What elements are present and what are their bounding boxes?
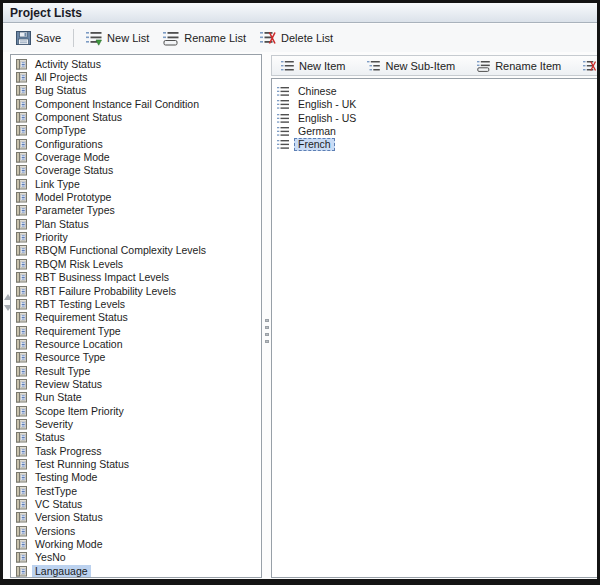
list-value-item[interactable]: English - US: [272, 112, 597, 125]
project-list-item-label: Requirement Type: [32, 325, 124, 337]
rename-list-button-label: Rename List: [184, 32, 246, 44]
project-list-item[interactable]: RBT Testing Levels: [11, 297, 261, 310]
list-box-icon: [15, 391, 28, 403]
list-lines-icon: [277, 139, 289, 150]
window-titlebar: Project Lists: [3, 3, 597, 23]
rename-list-button[interactable]: Rename List: [156, 28, 253, 49]
project-list-item[interactable]: RBT Failure Probability Levels: [11, 284, 261, 297]
project-list-item[interactable]: All Projects: [11, 70, 261, 83]
new-sub-item-button[interactable]: New Sub-Item: [361, 58, 461, 74]
save-button-label: Save: [36, 32, 61, 44]
list-value-item-label: French: [294, 138, 335, 151]
project-list-item-label: Result Type: [32, 365, 93, 377]
project-list-item[interactable]: Requirement Type: [11, 324, 261, 337]
project-list-item-label: YesNo: [32, 551, 69, 563]
project-lists-panel[interactable]: Activity Status All Projects: [10, 54, 262, 578]
new-list-button-label: New List: [107, 32, 149, 44]
project-list-item[interactable]: VC Status: [11, 497, 261, 510]
project-list-item-label: RBT Failure Probability Levels: [32, 285, 179, 297]
project-list-item-label: RBQM Risk Levels: [32, 258, 126, 270]
panel-splitter-grip[interactable]: [265, 319, 269, 347]
list-box-icon: [15, 71, 28, 83]
project-list-item[interactable]: Activity Status: [11, 57, 261, 70]
list-box-icon: [15, 551, 28, 563]
project-list-item[interactable]: Version Status: [11, 511, 261, 524]
project-list-item-label: RBT Testing Levels: [32, 298, 128, 310]
project-list-item-label: Resource Type: [32, 351, 108, 363]
list-box-icon: [15, 498, 28, 510]
project-list-item[interactable]: Resource Location: [11, 337, 261, 350]
project-list-item[interactable]: Plan Status: [11, 217, 261, 230]
new-sub-item-icon: [367, 60, 380, 72]
project-list-item-label: Version Status: [32, 511, 106, 523]
project-list-item[interactable]: Result Type: [11, 364, 261, 377]
project-list-item[interactable]: Langauage: [11, 564, 261, 577]
list-box-icon: [15, 191, 28, 203]
main-toolbar: Save New List Rename L: [3, 24, 597, 52]
list-value-item-label: English - UK: [294, 98, 360, 111]
list-box-icon: [15, 485, 28, 497]
project-list-item[interactable]: Versions: [11, 524, 261, 537]
project-list-item[interactable]: Link Type: [11, 177, 261, 190]
list-box-icon: [15, 244, 28, 256]
project-list-item[interactable]: RBQM Risk Levels: [11, 257, 261, 270]
list-box-icon: [15, 231, 28, 243]
delete-list-button-label: Delete List: [281, 32, 333, 44]
list-box-icon: [15, 218, 28, 230]
project-list-item[interactable]: Model Prototype: [11, 190, 261, 203]
list-value-item[interactable]: French: [272, 138, 597, 151]
rename-item-button[interactable]: Rename Item: [471, 58, 567, 74]
list-box-icon: [15, 178, 28, 190]
project-list-item[interactable]: Bug Status: [11, 84, 261, 97]
project-list-item[interactable]: Coverage Status: [11, 164, 261, 177]
project-list-item[interactable]: Scope Item Priority: [11, 404, 261, 417]
delete-item-button[interactable]: Delete Item: [577, 58, 600, 74]
project-list-item[interactable]: RBQM Functional Complexity Levels: [11, 244, 261, 257]
project-list-item[interactable]: Testing Mode: [11, 471, 261, 484]
project-list-item[interactable]: Review Status: [11, 377, 261, 390]
project-list-item-label: RBT Business Impact Levels: [32, 271, 172, 283]
project-list-item[interactable]: Configurations: [11, 137, 261, 150]
project-list-item[interactable]: Run State: [11, 391, 261, 404]
project-list-item[interactable]: Component Instance Fail Condition: [11, 97, 261, 110]
list-box-icon: [15, 258, 28, 270]
project-list-item-label: Langauage: [32, 565, 91, 577]
project-list-item[interactable]: Priority: [11, 230, 261, 243]
list-box-icon: [15, 378, 28, 390]
delete-list-button[interactable]: Delete List: [253, 28, 340, 49]
save-button[interactable]: Save: [9, 28, 68, 48]
project-list-item-label: Coverage Status: [32, 164, 116, 176]
project-list-item[interactable]: Parameter Types: [11, 204, 261, 217]
list-items-panel[interactable]: Chinese English - UK: [271, 78, 597, 578]
delete-item-icon: [583, 60, 596, 72]
project-list-item[interactable]: Requirement Status: [11, 311, 261, 324]
project-list-item[interactable]: YesNo: [11, 551, 261, 564]
save-icon: [16, 31, 31, 45]
project-list-item[interactable]: Working Mode: [11, 537, 261, 550]
project-list-item[interactable]: Test Running Status: [11, 457, 261, 470]
project-list-item[interactable]: Status: [11, 431, 261, 444]
project-list-item[interactable]: CompType: [11, 124, 261, 137]
new-list-button[interactable]: New List: [79, 28, 156, 49]
project-list-item-label: Configurations: [32, 138, 106, 150]
project-list-item[interactable]: Task Progress: [11, 444, 261, 457]
project-list-item-label: Link Type: [32, 178, 83, 190]
list-box-icon: [15, 351, 28, 363]
project-list-item[interactable]: Severity: [11, 417, 261, 430]
project-list-item[interactable]: RBT Business Impact Levels: [11, 271, 261, 284]
project-list-item[interactable]: TestType: [11, 484, 261, 497]
list-box-icon: [15, 124, 28, 136]
list-box-icon: [15, 525, 28, 537]
new-item-button[interactable]: New Item: [275, 58, 351, 74]
list-value-item[interactable]: Chinese: [272, 85, 597, 98]
project-list-item-label: Bug Status: [32, 84, 89, 96]
list-value-item[interactable]: German: [272, 125, 597, 138]
project-list-item[interactable]: Component Status: [11, 110, 261, 123]
list-value-item-label: English - US: [294, 112, 360, 125]
project-list-item[interactable]: Coverage Mode: [11, 150, 261, 163]
list-box-icon: [15, 338, 28, 350]
list-box-icon: [15, 164, 28, 176]
list-value-item[interactable]: English - UK: [272, 98, 597, 111]
project-list-item[interactable]: Resource Type: [11, 351, 261, 364]
project-list-item-label: Task Progress: [32, 445, 105, 457]
